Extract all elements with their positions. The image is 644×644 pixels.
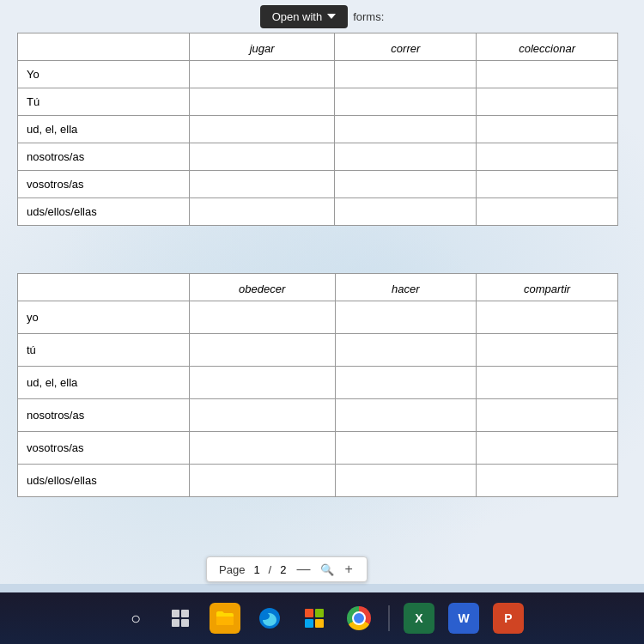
table2-cell-comp-1[interactable] <box>477 334 618 367</box>
taskbar-edge-icon[interactable] <box>254 603 285 634</box>
table1-cell-colec-2[interactable] <box>477 116 618 143</box>
table2-subject-5: uds/ellos/ellas <box>18 465 190 497</box>
table2-cell-obe-4[interactable] <box>189 432 335 465</box>
svg-rect-0 <box>172 610 179 617</box>
table1-header-coleccionar: coleccionar <box>477 33 618 61</box>
table1-wrapper: jugar correr coleccionar Yo Tú ud, el, e… <box>17 33 627 226</box>
taskbar-taskview-icon[interactable] <box>165 603 196 634</box>
table2-cell-hacer-4[interactable] <box>335 432 477 465</box>
table1-header-correr: correr <box>335 33 477 61</box>
table2-cell-obe-5[interactable] <box>189 465 335 497</box>
table1-subject-0: Yo <box>18 61 190 88</box>
verb-table-2: obedecer hacer compartir yo tú ud, el, e… <box>17 273 618 497</box>
table2-subject-0: yo <box>18 301 190 334</box>
svg-rect-5 <box>305 609 313 617</box>
table1-cell-jugar-1[interactable] <box>189 88 335 116</box>
table2-cell-obe-3[interactable] <box>189 399 335 432</box>
table1-cell-colec-4[interactable] <box>477 171 618 198</box>
svg-rect-6 <box>315 609 324 617</box>
table2-cell-hacer-0[interactable] <box>335 301 477 334</box>
table2-subject-1: tú <box>18 334 190 367</box>
table1-cell-correr-0[interactable] <box>335 61 477 88</box>
table-row: vosotros/as <box>18 171 618 198</box>
table2-cell-hacer-5[interactable] <box>335 465 477 497</box>
table2-cell-comp-0[interactable] <box>477 301 618 334</box>
page-separator: / <box>269 563 272 576</box>
table2-header-obedecer: obedecer <box>189 274 335 301</box>
table2-cell-obe-1[interactable] <box>189 334 335 367</box>
table2-cell-hacer-2[interactable] <box>335 367 477 399</box>
table2-subject-2: ud, el, ella <box>18 367 190 399</box>
dropdown-arrow-icon <box>327 14 336 19</box>
taskbar-fileexplorer-icon[interactable] <box>210 603 240 634</box>
zoom-out-button[interactable]: — <box>295 562 312 577</box>
table2-cell-comp-3[interactable] <box>477 399 618 432</box>
table1-cell-colec-1[interactable] <box>477 88 618 116</box>
taskbar-chrome-icon[interactable] <box>343 603 374 634</box>
table2-cell-comp-4[interactable] <box>477 432 618 465</box>
page-label: Page <box>219 563 245 576</box>
taskbar-excel-icon[interactable]: X <box>404 603 434 634</box>
table2-header-subject <box>18 274 190 301</box>
table1-cell-jugar-0[interactable] <box>189 61 335 88</box>
zoom-in-button[interactable]: + <box>343 562 354 577</box>
table-row: Yo <box>18 61 618 88</box>
table-row: yo <box>18 301 618 334</box>
table-row: ud, el, ella <box>18 116 618 143</box>
svg-rect-7 <box>305 619 313 628</box>
table-row: vosotros/as <box>18 432 618 465</box>
table1-subject-4: vosotros/as <box>18 171 190 198</box>
taskbar-divider <box>388 605 390 631</box>
table1-cell-correr-2[interactable] <box>335 116 477 143</box>
table1-cell-correr-1[interactable] <box>335 88 477 116</box>
tables-area: jugar correr coleccionar Yo Tú ud, el, e… <box>17 26 627 497</box>
taskbar-word-icon[interactable]: W <box>448 603 479 634</box>
table2-subject-3: nosotros/as <box>18 399 190 432</box>
table2-cell-comp-2[interactable] <box>477 367 618 399</box>
table2-cell-hacer-1[interactable] <box>335 334 477 367</box>
table2-header-hacer: hacer <box>335 274 477 301</box>
top-bar: Open with forms: <box>0 0 644 33</box>
svg-rect-8 <box>315 619 324 628</box>
table1-subject-5: uds/ellos/ellas <box>18 198 190 226</box>
total-pages: 2 <box>280 563 286 576</box>
table1-cell-colec-3[interactable] <box>477 143 618 171</box>
table2-cell-comp-5[interactable] <box>477 465 618 497</box>
table-row: tú <box>18 334 618 367</box>
table1-subject-2: ud, el, ella <box>18 116 190 143</box>
table1-header-jugar: jugar <box>189 33 335 61</box>
table1-cell-jugar-5[interactable] <box>189 198 335 226</box>
svg-rect-1 <box>181 610 189 617</box>
taskbar: ○ X <box>0 592 644 644</box>
table2-cell-hacer-3[interactable] <box>335 399 477 432</box>
table1-cell-correr-3[interactable] <box>335 143 477 171</box>
table1-cell-jugar-2[interactable] <box>189 116 335 143</box>
table-row: uds/ellos/ellas <box>18 198 618 226</box>
current-page: 1 <box>253 563 259 576</box>
verb-table-1: jugar correr coleccionar Yo Tú ud, el, e… <box>17 33 618 226</box>
table1-cell-jugar-4[interactable] <box>189 171 335 198</box>
table2-header-row: obedecer hacer compartir <box>18 274 618 301</box>
taskbar-search-icon[interactable]: ○ <box>120 603 151 634</box>
table2-cell-obe-0[interactable] <box>189 301 335 334</box>
table1-cell-jugar-3[interactable] <box>189 143 335 171</box>
forms-label: forms: <box>353 10 384 23</box>
table1-cell-colec-5[interactable] <box>477 198 618 226</box>
svg-rect-3 <box>181 619 189 627</box>
taskbar-start-icon[interactable] <box>299 603 330 634</box>
table-row: uds/ellos/ellas <box>18 465 618 497</box>
taskbar-powerpoint-icon[interactable]: P <box>493 603 524 634</box>
open-with-button[interactable]: Open with <box>260 5 349 28</box>
page-toolbar: Page 1 / 2 — 🔍 + <box>206 556 368 582</box>
table1-cell-correr-4[interactable] <box>335 171 477 198</box>
table1-cell-correr-5[interactable] <box>335 198 477 226</box>
table-row: ud, el, ella <box>18 367 618 399</box>
table2-header-compartir: compartir <box>477 274 618 301</box>
table-row: Tú <box>18 88 618 116</box>
table1-cell-colec-0[interactable] <box>477 61 618 88</box>
table1-subject-3: nosotros/as <box>18 143 190 171</box>
table2-cell-obe-2[interactable] <box>189 367 335 399</box>
table-row: nosotros/as <box>18 143 618 171</box>
table1-header-subject <box>18 33 190 61</box>
open-with-label: Open with <box>272 10 323 23</box>
